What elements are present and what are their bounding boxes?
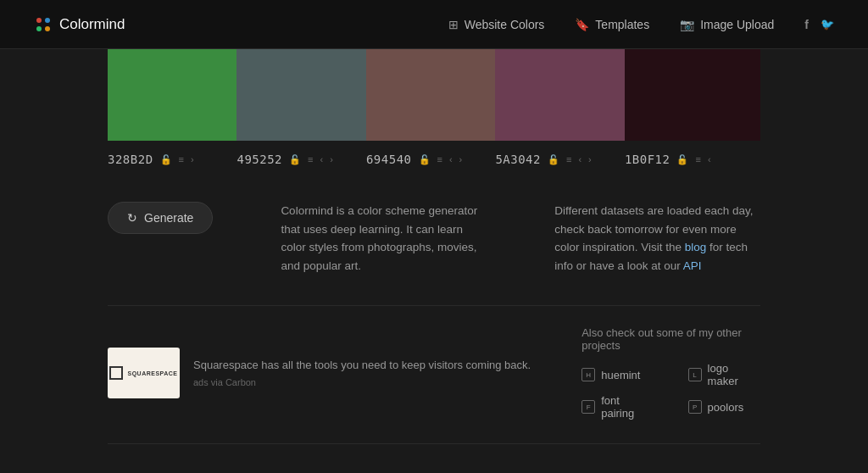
code-icons-1: 🔓 ≡ › [159,153,196,166]
lock-btn-3[interactable]: 🔓 [417,153,432,166]
main-nav: ⊞ Website Colors 🔖 Templates 📷 Image Upl… [448,18,775,31]
color-code-5: 1B0F12 🔓 ≡ ‹ [625,147,760,171]
code-icons-4: 🔓 ≡ ‹ › [546,153,593,166]
next-btn-2[interactable]: › [328,153,335,166]
font-pairing-icon: F [581,400,595,414]
hex-value-2: 495252 [236,153,282,166]
camera-icon: 📷 [680,18,694,31]
grid-icon: ⊞ [448,18,459,31]
svg-point-1 [45,18,50,23]
adjust-btn-4[interactable]: ≡ [565,153,573,166]
top-divider [108,305,760,306]
lock-btn-2[interactable]: 🔓 [287,153,303,166]
project-huemint[interactable]: H huemint [581,362,654,387]
color-swatches [108,49,760,141]
prev-btn-4[interactable]: ‹ [576,153,583,166]
logo-maker-icon: L [688,368,702,381]
blog-link[interactable]: blog [685,241,707,253]
generate-button[interactable]: ↻ Generate [108,202,213,234]
color-codes-row: 328B2D 🔓 ≡ › 495252 🔓 ≡ ‹ › 694540 [108,141,760,171]
swatch-4[interactable] [495,49,624,141]
api-link[interactable]: API [683,259,702,272]
adjust-btn-2[interactable]: ≡ [306,153,314,166]
color-code-1: 328B2D 🔓 ≡ › [108,147,236,171]
prev-btn-3[interactable]: ‹ [448,153,454,166]
hex-value-4: 5A3042 [495,153,541,166]
logo-area: Colormind [34,15,125,34]
hex-value-1: 328B2D [108,153,153,166]
next-btn-4[interactable]: › [587,153,593,166]
nav-templates[interactable]: 🔖 Templates [575,18,649,31]
color-code-4: 5A3042 🔓 ≡ ‹ › [495,147,624,171]
ad-text: Squarespace has all the tools you need t… [193,357,531,389]
lock-btn-1[interactable]: 🔓 [159,153,174,166]
huemint-icon: H [581,368,595,381]
content-section: ↻ Generate Colormind is a color scheme g… [108,202,760,275]
project-font-pairing[interactable]: F font pairing [581,394,654,420]
lock-btn-4[interactable]: 🔓 [546,153,561,166]
svg-point-2 [36,26,42,31]
swatch-1[interactable] [108,49,236,141]
project-poolors[interactable]: P poolors [688,394,760,420]
svg-point-3 [45,26,50,31]
refresh-icon: ↻ [127,211,137,225]
project-logo-maker[interactable]: L logo maker [688,362,760,387]
prev-btn-2[interactable]: ‹ [318,153,325,166]
footer-section: SQUARESPACE Squarespace has all the tool… [108,326,760,440]
social-links: f 🐦 [804,18,834,31]
color-code-3: 694540 🔓 ≡ ‹ › [366,147,495,171]
next-btn-1[interactable]: › [189,153,196,166]
bottom-divider [108,443,760,444]
projects-section: Also check out some of my other projects… [581,326,760,420]
swatch-5[interactable] [625,49,760,141]
poolors-icon: P [688,400,702,414]
swatch-2[interactable] [236,49,365,141]
code-icons-2: 🔓 ≡ ‹ › [287,153,335,166]
hex-value-3: 694540 [366,153,412,166]
projects-title: Also check out some of my other projects [581,326,760,352]
next-btn-3[interactable]: › [458,153,465,166]
nav-website-colors[interactable]: ⊞ Website Colors [448,18,545,31]
ads-via: ads via Carbon [193,376,531,390]
ad-area: SQUARESPACE Squarespace has all the tool… [108,348,531,398]
content-left: ↻ Generate [108,202,213,275]
projects-grid: H huemint L logo maker F font pairing P … [581,362,760,420]
nav-image-upload[interactable]: 📷 Image Upload [680,18,774,31]
palette-section: 328B2D 🔓 ≡ › 495252 🔓 ≡ ‹ › 694540 [108,49,760,171]
swatch-3[interactable] [366,49,495,141]
description-text: Colormind is a color scheme generator th… [281,202,487,275]
code-icons-5: 🔓 ≡ ‹ [675,153,712,166]
colormind-logo-icon [34,15,53,34]
squarespace-logo: SQUARESPACE [109,366,177,380]
prev-btn-5[interactable]: ‹ [706,153,713,166]
lock-btn-5[interactable]: 🔓 [675,153,690,166]
side-description: Different datasets are loaded each day, … [554,202,760,275]
logo-text: Colormind [59,16,125,33]
svg-point-0 [36,18,42,23]
adjust-btn-1[interactable]: ≡ [177,153,186,166]
adjust-btn-3[interactable]: ≡ [436,153,444,166]
ad-image: SQUARESPACE [108,348,180,398]
facebook-link[interactable]: f [804,18,809,31]
squarespace-icon [109,366,123,380]
twitter-link[interactable]: 🐦 [821,18,834,31]
adjust-btn-5[interactable]: ≡ [693,153,702,166]
code-icons-3: 🔓 ≡ ‹ › [417,153,465,166]
hex-value-5: 1B0F12 [625,153,670,166]
bookmark-icon: 🔖 [575,18,589,31]
color-code-2: 495252 🔓 ≡ ‹ › [236,147,365,171]
